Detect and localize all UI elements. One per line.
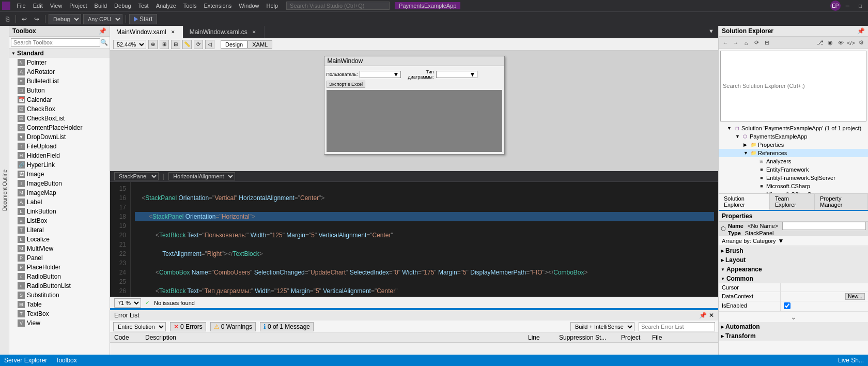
debug-config-dropdown[interactable]: Debug [49,14,81,24]
toolbox-item-literal[interactable]: TLiteral [9,225,110,235]
zoom-select[interactable]: 52.44% [113,40,146,49]
tab-close-0[interactable]: ✕ [169,28,177,36]
error-scope-dropdown[interactable]: Entire Solution [113,322,166,331]
menu-window[interactable]: Window [236,2,262,10]
toolbox-item-multiview[interactable]: MMultiView [9,244,110,253]
refresh-btn[interactable]: ⟳ [194,40,203,49]
datacontext-new-btn[interactable]: New... [845,293,865,300]
undo-btn[interactable]: ↩ [19,14,29,24]
toolbox-item-listbox[interactable]: ≡ListBox [9,216,110,225]
toolbox-item-linkbutton[interactable]: LLinkButton [9,207,110,216]
tab-scroll-right[interactable]: ▼ [704,26,718,38]
toolbox-item-checkbox[interactable]: ☑CheckBox [9,104,110,114]
toolbox-item-fileupload[interactable]: ↑FileUpload [9,142,110,151]
preview-user-combo[interactable]: ▼ [360,71,401,78]
solution-explorer-pin[interactable]: 📌 [857,27,865,35]
props-name-input[interactable] [782,222,866,230]
error-list-pin[interactable]: 📌 [699,312,707,319]
menu-tools[interactable]: Tools [180,2,200,10]
tree-solution-root[interactable]: ▼ ◻ Solution 'PaymentsExampleApp' (1 of … [719,124,868,132]
toolbox-item-dropdownlist[interactable]: ▼DropDownList [9,132,110,142]
toolbox-item-hyperlink[interactable]: 🔗HyperLink [9,160,110,170]
toolbox-pin-icon[interactable]: 📌 [99,27,106,35]
tab-solution-explorer[interactable]: Solution Explorer [719,194,770,210]
error-list-close[interactable]: ✕ [709,312,714,319]
menu-project[interactable]: Project [66,2,90,10]
tab-close-1[interactable]: ✕ [251,28,258,36]
code-zoom-select[interactable]: 71 % [114,298,141,308]
sol-home-btn[interactable]: ⌂ [741,38,751,48]
minimize-button[interactable]: ─ [842,3,854,9]
tab-property-manager[interactable]: Property Manager [815,194,868,210]
code-content[interactable]: <StackPanel Orientation="Vertical" Horiz… [131,182,718,297]
menu-help[interactable]: Help [263,2,281,10]
sol-git-btn[interactable]: ⎇ [815,38,825,48]
sol-preview-btn[interactable]: 👁 [836,38,845,48]
error-count-btn[interactable]: ✕ 0 Errors [170,322,206,331]
error-col-line[interactable]: Line [528,334,559,341]
error-col-desc[interactable]: Description [145,334,528,341]
toolbox-item-imagebutton[interactable]: IImageButton [9,179,110,188]
side-tab-outline[interactable]: Document Outline [1,26,9,355]
menu-analyze[interactable]: Analyze [153,2,179,10]
arrow-btn[interactable]: ◁ [205,40,214,49]
scope-dropdown[interactable]: StackPanel [114,172,159,180]
isenabled-prop-value[interactable] [781,301,868,311]
redo-btn[interactable]: ↪ [32,14,42,24]
tab-team-explorer[interactable]: Team Explorer [770,194,815,210]
sol-forward-btn[interactable]: → [731,38,740,48]
side-tab-data[interactable]: Data Sources [0,26,1,355]
props-section-layout[interactable]: ▶ Layout [719,255,868,265]
toolbox-item-radiobuttonlist[interactable]: ○RadioButtonList [9,281,110,291]
menu-build[interactable]: Build [91,2,110,10]
toolbox-item-checkboxlist[interactable]: ☑CheckBoxList [9,114,110,123]
grid-btn[interactable]: ⊞ [160,40,169,49]
sol-back-btn[interactable]: ← [721,38,730,48]
toolbox-search-input[interactable] [11,38,100,47]
tree-project[interactable]: ▼ ⬡ PaymentsExampleApp [719,132,868,141]
menu-extensions[interactable]: Extensions [201,2,235,10]
snap-btn[interactable]: ⊟ [171,40,180,49]
toolbox-item-substitution[interactable]: SSubstitution [9,291,110,300]
xaml-mode-btn[interactable]: XAML [247,40,272,49]
preview-chart-combo[interactable]: ▼ [436,71,477,78]
props-section-common[interactable]: ▼ Common [719,274,868,283]
menu-view[interactable]: View [47,2,66,10]
sol-refresh-btn[interactable]: ⟳ [752,38,761,48]
isenabled-checkbox[interactable] [784,302,791,309]
toolbox-item-image[interactable]: 🖼Image [9,170,110,179]
tree-ef-sql[interactable]: ■ EntityFramework.SqlServer [719,174,868,182]
sol-code-btn[interactable]: </> [846,38,856,48]
message-count-btn[interactable]: ℹ 0 of 1 Message [260,322,314,331]
toolbox-section-standard[interactable]: ▼ Standard [9,49,110,58]
server-explorer-tab[interactable]: Server Explorer [4,357,47,364]
tab-mainwindow-cs[interactable]: MainWindow.xaml.cs ✕ [183,26,265,38]
fit-btn[interactable]: ⊕ [148,40,158,49]
toolbox-item-localize[interactable]: LLocalize [9,235,110,244]
toolbox-item-view[interactable]: VView [9,318,110,328]
build-option-dropdown[interactable]: Build + IntelliSense [570,322,634,331]
tree-references[interactable]: ▼ 📁 References [719,149,868,157]
menu-debug[interactable]: Debug [111,2,134,10]
solution-search-input[interactable] [720,51,866,121]
toolbox-item-pointer[interactable]: ↖Pointer [9,58,110,67]
sol-settings-btn[interactable]: ⚙ [857,38,866,48]
toolbox-item-textbox[interactable]: TTextBox [9,309,110,318]
datacontext-prop-value[interactable]: New... [781,292,868,301]
toolbox-item-table[interactable]: ⊞Table [9,300,110,309]
toolbox-item-panel[interactable]: PPanel [9,253,110,263]
new-project-btn[interactable]: ⎘ [2,14,12,24]
preview-export-btn[interactable]: Экспорт в Excel [327,81,366,88]
tree-ef[interactable]: ■ EntityFramework [719,165,868,174]
error-col-code[interactable]: Code [114,334,145,341]
menu-test[interactable]: Test [135,2,152,10]
toolbox-item-contentplaceholder[interactable]: CContentPlaceHolder [9,123,110,132]
design-mode-btn[interactable]: Design [221,40,247,49]
restore-button[interactable]: □ [855,3,866,9]
sol-source-btn[interactable]: ◉ [826,38,835,48]
toolbox-item-bulletedlist[interactable]: ≡BulletedList [9,77,110,86]
cpu-config-dropdown[interactable]: Any CPU [83,14,122,24]
live-share-label[interactable]: Live Sh... [838,357,864,364]
props-section-automation[interactable]: ▶ Automation [719,322,868,331]
toolbox-item-placeholder[interactable]: PPlaceHolder [9,263,110,272]
